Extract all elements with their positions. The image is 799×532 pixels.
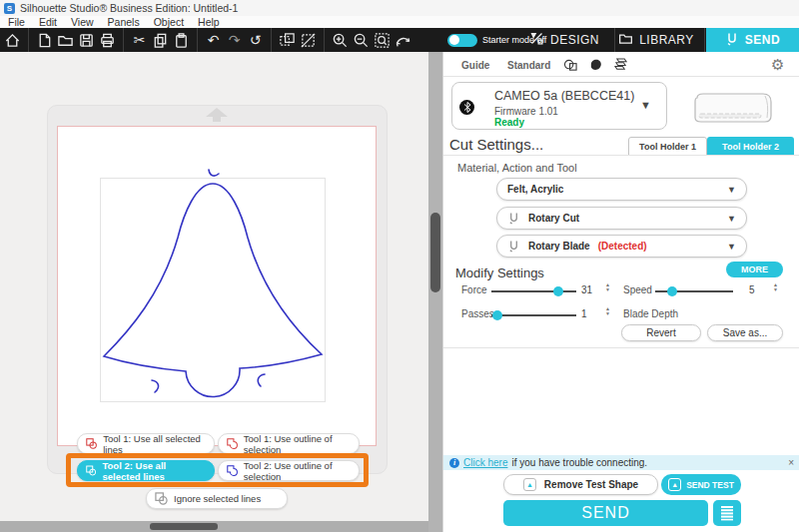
tab-send[interactable]: SEND (706, 28, 799, 52)
send-panel: Guide Standard ⚙ CAMEO 5a (BEBCCE41) Fir… (442, 52, 799, 532)
force-value: 31 (581, 284, 592, 295)
highlight-annotation (66, 453, 369, 487)
horizontal-scrollbar[interactable] (0, 521, 428, 532)
device-caret-icon[interactable]: ▼ (640, 99, 651, 111)
tab-standard[interactable]: Standard (507, 60, 550, 71)
fill-view-icon[interactable] (588, 58, 603, 72)
modify-settings-title: Modify Settings (455, 266, 544, 280)
tab-tool-holder-2[interactable]: Tool Holder 2 (707, 137, 794, 156)
library-label: LIBRARY (639, 33, 694, 47)
remove-test-shape-label: Remove Test Shape (544, 479, 638, 490)
zoom-selection-icon[interactable] (372, 28, 393, 52)
zoom-in-icon[interactable] (330, 28, 351, 52)
tool-dropdown[interactable]: Rotary Blade (Detected) ▼ (496, 235, 747, 258)
pan-icon[interactable] (393, 28, 413, 52)
gear-icon[interactable]: ⚙ (771, 56, 784, 74)
menu-object[interactable]: Object (154, 16, 184, 28)
close-icon[interactable]: × (788, 457, 794, 468)
cut-icon[interactable]: ✂ (129, 28, 150, 52)
queue-list-icon (720, 505, 734, 521)
tab-guide[interactable]: Guide (461, 60, 489, 71)
send-tool-icon (725, 32, 739, 49)
passes-value: 1 (581, 308, 587, 319)
tab-library[interactable]: LIBRARY (612, 28, 700, 52)
print-icon[interactable] (97, 28, 118, 52)
machine-illustration (693, 90, 775, 128)
device-selector[interactable]: CAMEO 5a (BEBCCE41) Firmware 1.01 Ready … (451, 82, 667, 130)
device-status: Ready (494, 117, 524, 128)
blade-depth-label: Blade Depth (623, 308, 678, 319)
action-dropdown[interactable]: Rotary Cut ▼ (496, 207, 747, 230)
tab-tool-holder-1[interactable]: Tool Holder 1 (628, 137, 707, 156)
redo-icon[interactable]: ↷ (224, 28, 245, 52)
cut-settings-title[interactable]: Cut Settings... (449, 136, 543, 153)
undo-icon[interactable]: ↶ (203, 28, 224, 52)
mat-up-arrow-icon[interactable] (205, 108, 229, 123)
shapes-overlap-icon (155, 492, 168, 505)
send-test-label: SEND TEST (686, 480, 734, 490)
trouble-connecting-link[interactable]: Click here (463, 457, 507, 468)
send-test-button[interactable]: ▲ SEND TEST (661, 474, 741, 495)
save-as-button[interactable]: Save as... (707, 324, 783, 341)
title-bar: S Silhouette Studio® Business Edition: U… (0, 0, 799, 16)
info-icon: i (449, 458, 459, 468)
save-icon[interactable] (76, 28, 97, 52)
force-slider[interactable] (491, 290, 576, 292)
menu-panels[interactable]: Panels (108, 16, 140, 28)
menu-view[interactable]: View (71, 16, 94, 28)
test-shape-icon: ▲ (668, 478, 681, 491)
test-shape-icon: ▲ (523, 478, 536, 491)
tool1-outline-button[interactable]: Tool 1: Use outline of selection (218, 433, 360, 454)
job-queue-button[interactable] (713, 500, 741, 526)
chevron-down-icon: ▼ (727, 242, 736, 252)
menu-file[interactable]: File (8, 16, 25, 28)
tool-detected-status: (Detected) (598, 241, 647, 252)
menu-help[interactable]: Help (198, 16, 220, 28)
tool1-all-lines-button[interactable]: Tool 1: Use all selected lines (77, 433, 215, 454)
zoom-out-icon[interactable] (351, 28, 372, 52)
chevron-down-icon: ▼ (727, 214, 736, 224)
select-all-icon[interactable] (277, 28, 298, 52)
speed-slider[interactable] (655, 290, 733, 292)
history-icon[interactable]: ↺ (245, 28, 266, 52)
vertical-scrollbar-thumb[interactable] (430, 213, 440, 292)
force-slider-thumb[interactable] (553, 286, 563, 296)
force-stepper[interactable]: ▲▼ (605, 282, 610, 291)
new-document-icon[interactable] (34, 28, 55, 52)
send-button[interactable]: SEND (503, 500, 708, 526)
speed-slider-thumb[interactable] (667, 286, 677, 296)
tab-design[interactable]: DESIGN (519, 28, 609, 52)
bell-design[interactable] (100, 160, 326, 405)
speed-stepper[interactable]: ▲▼ (773, 282, 778, 291)
layers-icon[interactable] (613, 58, 629, 72)
window-title: Silhouette Studio® Business Edition: Unt… (20, 2, 238, 14)
material-dropdown[interactable]: Felt, Acrylic ▼ (496, 178, 747, 201)
revert-button[interactable]: Revert (621, 324, 701, 341)
deselect-icon[interactable] (298, 28, 319, 52)
remove-test-shape-button[interactable]: ▲ Remove Test Shape (503, 474, 658, 495)
send-label: SEND (745, 33, 780, 47)
vertical-scrollbar[interactable] (428, 52, 442, 532)
material-action-tool-label: Material, Action and Tool (457, 162, 577, 174)
connection-info-bar: i Click here if you have trouble connect… (443, 455, 799, 470)
info-message: if you have trouble connecting. (511, 457, 647, 468)
open-folder-icon[interactable] (55, 28, 76, 52)
overlap-view-icon[interactable] (563, 59, 578, 72)
ignore-lines-button[interactable]: Ignore selected lines (146, 488, 288, 509)
speed-value: 5 (749, 284, 755, 295)
passes-slider[interactable] (491, 314, 576, 316)
tool-button-label: Tool 1: Use all selected lines (103, 433, 206, 455)
tool-value: Rotary Blade (528, 241, 590, 252)
home-icon[interactable] (2, 28, 23, 52)
passes-slider-thumb[interactable] (492, 310, 502, 320)
more-button[interactable]: MORE (726, 262, 783, 277)
paste-icon[interactable] (171, 28, 192, 52)
menu-edit[interactable]: Edit (39, 16, 57, 28)
horizontal-scrollbar-thumb[interactable] (150, 523, 218, 530)
app-icon: S (4, 3, 15, 14)
material-value: Felt, Acrylic (507, 184, 563, 195)
chevron-down-icon: ▼ (727, 185, 736, 195)
passes-stepper[interactable]: ▲▼ (605, 306, 610, 315)
library-folder-icon (618, 31, 633, 49)
copy-icon[interactable] (150, 28, 171, 52)
